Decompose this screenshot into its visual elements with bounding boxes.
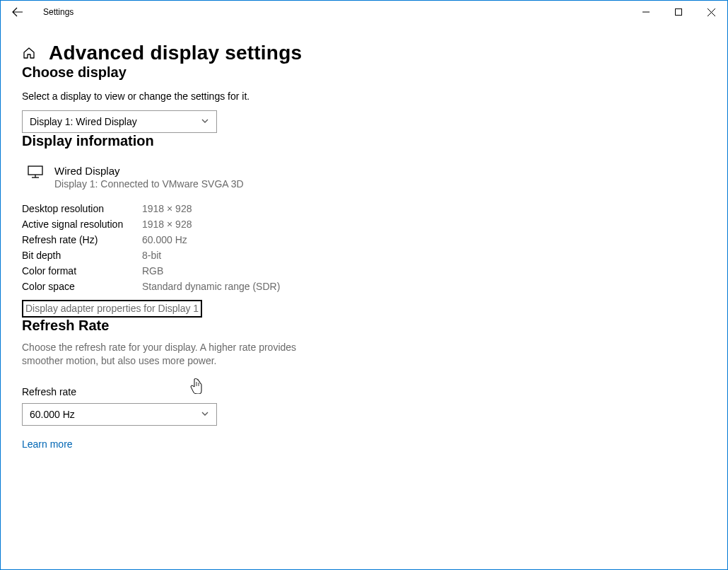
info-value: 1918 × 928 [142, 216, 280, 232]
display-select-value: Display 1: Wired Display [30, 116, 137, 127]
info-value: Standard dynamic range (SDR) [142, 279, 280, 294]
titlebar: Settings [1, 1, 727, 23]
content-area: Advanced display settings Choose display… [1, 23, 727, 450]
info-row: Refresh rate (Hz)60.000 Hz [22, 232, 280, 248]
svg-rect-4 [28, 166, 42, 175]
info-label: Active signal resolution [22, 216, 142, 232]
info-row: Active signal resolution1918 × 928 [22, 216, 280, 232]
info-row: Bit depth8-bit [22, 248, 280, 263]
info-row: Color spaceStandard dynamic range (SDR) [22, 279, 280, 294]
refresh-rate-dropdown[interactable]: 60.000 Hz [22, 403, 217, 426]
info-label: Color space [22, 279, 142, 294]
home-icon[interactable] [22, 46, 36, 60]
page-title: Advanced display settings [49, 42, 302, 64]
refresh-rate-description: Choose the refresh rate for your display… [22, 341, 305, 368]
learn-more-link[interactable]: Learn more [22, 438, 73, 450]
window-title: Settings [43, 7, 74, 17]
svg-rect-1 [676, 9, 682, 16]
arrow-left-icon [12, 6, 23, 18]
info-label: Bit depth [22, 248, 142, 263]
display-adapter-properties-link[interactable]: Display adapter properties for Display 1 [22, 300, 202, 318]
info-label: Refresh rate (Hz) [22, 232, 142, 248]
minimize-icon [642, 8, 650, 16]
choose-display-heading: Choose display [22, 64, 706, 81]
info-row: Desktop resolution1918 × 928 [22, 201, 280, 216]
minimize-button[interactable] [630, 1, 662, 23]
close-icon [708, 8, 715, 16]
chevron-down-icon [201, 116, 209, 127]
display-info-table: Desktop resolution1918 × 928Active signa… [22, 201, 280, 294]
refresh-rate-value: 60.000 Hz [30, 409, 75, 420]
info-row: Color formatRGB [22, 263, 280, 279]
maximize-button[interactable] [662, 1, 695, 23]
info-value: 8-bit [142, 248, 280, 263]
settings-window: Settings [0, 0, 728, 570]
display-summary: Wired Display Display 1: Connected to VM… [28, 165, 706, 190]
info-value: RGB [142, 263, 280, 279]
display-name: Wired Display [54, 165, 244, 177]
chevron-down-icon [201, 409, 209, 420]
display-information-heading: Display information [22, 133, 706, 149]
back-button[interactable] [6, 1, 29, 23]
refresh-rate-label: Refresh rate [22, 386, 706, 397]
close-button[interactable] [695, 1, 727, 23]
display-select-dropdown[interactable]: Display 1: Wired Display [22, 110, 217, 133]
refresh-rate-heading: Refresh Rate [22, 318, 706, 334]
window-controls [630, 1, 727, 23]
info-label: Desktop resolution [22, 201, 142, 216]
choose-display-subtext: Select a display to view or change the s… [22, 91, 706, 102]
info-label: Color format [22, 263, 142, 279]
maximize-icon [675, 8, 682, 16]
info-value: 1918 × 928 [142, 201, 280, 216]
page-header: Advanced display settings [22, 42, 706, 64]
display-connection: Display 1: Connected to VMware SVGA 3D [54, 178, 244, 190]
monitor-icon [28, 165, 43, 179]
info-value: 60.000 Hz [142, 232, 280, 248]
